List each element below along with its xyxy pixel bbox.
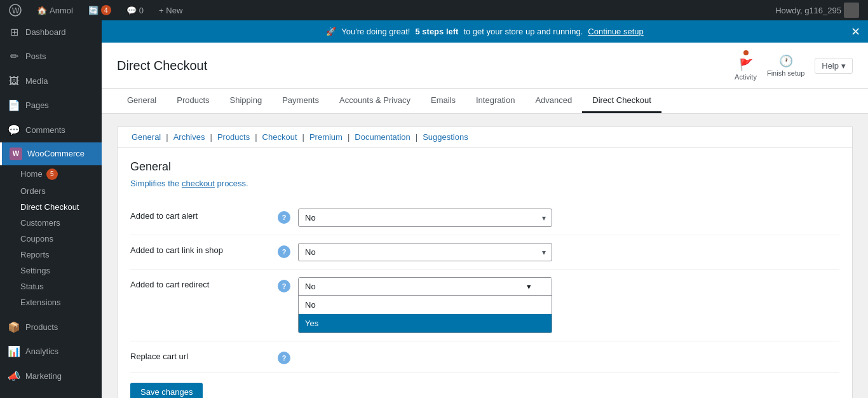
admin-bar: W 🏠 Anmol 🔄 4 💬 0 + New Howdy, g116_295	[0, 0, 868, 20]
flag-icon: 🚩	[739, 58, 753, 72]
dropdown-options-cart-redirect: No Yes	[299, 296, 552, 333]
submenu-extensions[interactable]: Extensions	[0, 294, 102, 310]
dropdown-option-yes[interactable]: Yes	[299, 314, 552, 333]
sidebar-item-media[interactable]: 🖼 Media	[0, 69, 102, 93]
tab-products[interactable]: Products	[166, 89, 219, 113]
form-section-desc: Simplifies the checkout process.	[130, 179, 839, 188]
notice-link[interactable]: Continue setup	[588, 27, 643, 36]
field-replace-cart-url: Replace cart url ?	[130, 341, 839, 373]
updates[interactable]: 🔄 4	[85, 0, 115, 20]
tab-emails[interactable]: Emails	[421, 89, 466, 113]
form-section-title: General	[130, 160, 839, 174]
sidebar-item-analytics[interactable]: 📊 Analytics	[0, 340, 102, 364]
checkout-link[interactable]: checkout	[182, 179, 215, 188]
new-content[interactable]: + New	[155, 0, 186, 20]
site-name[interactable]: 🏠 Anmol	[33, 0, 77, 20]
sub-nav: General | Archives | Products | Checkout…	[117, 127, 853, 147]
help-cart-alert[interactable]: ?	[278, 211, 290, 224]
select-wrap-cart-alert: No Yes ▾	[298, 209, 552, 227]
subnav-documentation[interactable]: Documentation	[351, 132, 414, 142]
select-cart-alert[interactable]: No Yes	[298, 209, 552, 227]
sep-6: |	[416, 132, 417, 142]
header-actions: 🚩 Activity 🕐 Finish setup Help ▾	[735, 50, 853, 81]
dropdown-selected-value: No	[305, 282, 316, 291]
dropdown-cart-redirect: No ▾ No Yes	[298, 277, 552, 333]
notice-close-button[interactable]: ✕	[851, 25, 860, 39]
avatar	[844, 3, 859, 18]
field-control-cart-redirect: No ▾ No Yes	[298, 277, 839, 333]
tab-shipping[interactable]: Shipping	[220, 89, 273, 113]
field-added-to-cart-alert: Added to cart alert ? No Yes ▾	[130, 201, 839, 235]
subnav-products[interactable]: Products	[214, 132, 254, 142]
howdy[interactable]: Howdy, g116_295	[771, 0, 863, 20]
submenu-reports[interactable]: Reports	[0, 247, 102, 263]
tab-payments[interactable]: Payments	[272, 89, 329, 113]
submenu-coupons[interactable]: Coupons	[0, 231, 102, 247]
settings-tabs: General Products Shipping Payments Accou…	[102, 89, 868, 114]
help-cart-link[interactable]: ?	[278, 245, 290, 258]
products-icon: 📦	[8, 320, 20, 334]
sidebar-item-dashboard[interactable]: ⊞ Dashboard	[0, 20, 102, 45]
sidebar-item-woocommerce[interactable]: W WooCommerce	[0, 142, 102, 165]
help-replace-cart-url[interactable]: ?	[278, 352, 290, 364]
sep-2: |	[210, 132, 212, 142]
submenu-orders[interactable]: Orders	[0, 183, 102, 199]
sidebar-item-pages[interactable]: 📄 Pages	[0, 93, 102, 118]
field-control-cart-link: No Yes ▾	[298, 243, 839, 261]
field-control-cart-alert: No Yes ▾	[298, 209, 839, 227]
subnav-checkout[interactable]: Checkout	[259, 132, 301, 142]
sidebar-item-posts[interactable]: ✏ Posts	[0, 45, 102, 69]
dropdown-option-no[interactable]: No	[299, 296, 552, 314]
tab-general[interactable]: General	[117, 89, 166, 113]
content-area: General | Archives | Products | Checkout…	[102, 114, 868, 398]
finish-setup-button[interactable]: 🕐 Finish setup	[767, 54, 804, 77]
select-cart-link[interactable]: No Yes	[298, 243, 552, 261]
sidebar: ⊞ Dashboard ✏ Posts 🖼 Media 📄 Pages 💬 Co…	[0, 20, 102, 398]
clock-icon: 🕐	[779, 54, 793, 68]
notice-emoji: 🚀	[326, 27, 336, 36]
subnav-premium[interactable]: Premium	[306, 132, 346, 142]
field-added-to-cart-redirect: Added to cart redirect ? No ▾ No Yes	[130, 270, 839, 341]
sidebar-item-marketing[interactable]: 📣 Marketing	[0, 364, 102, 388]
subnav-suggestions[interactable]: Suggestions	[419, 132, 472, 142]
submenu-customers[interactable]: Customers	[0, 215, 102, 231]
sidebar-item-products[interactable]: 📦 Products	[0, 315, 102, 340]
notice-bold: 5 steps left	[415, 27, 458, 36]
pages-icon: 📄	[8, 99, 20, 113]
home-icon: 🏠	[37, 6, 47, 15]
media-icon: 🖼	[8, 74, 20, 88]
sidebar-item-comments[interactable]: 💬 Comments	[0, 118, 102, 142]
field-added-to-cart-link: Added to cart link in shop ? No Yes ▾	[130, 235, 839, 270]
activity-button[interactable]: 🚩 Activity	[735, 50, 757, 81]
tab-accounts-privacy[interactable]: Accounts & Privacy	[329, 89, 421, 113]
page-header: Direct Checkout 🚩 Activity 🕐 Finish setu…	[102, 43, 868, 89]
comments-icon: 💬	[126, 6, 137, 15]
tab-integration[interactable]: Integration	[466, 89, 525, 113]
sep-5: |	[348, 132, 349, 142]
tab-direct-checkout[interactable]: Direct Checkout	[582, 89, 661, 113]
help-button[interactable]: Help ▾	[815, 58, 853, 74]
field-label-cart-link: Added to cart link in shop	[130, 243, 270, 255]
tab-advanced[interactable]: Advanced	[525, 89, 582, 113]
sep-3: |	[255, 132, 257, 142]
help-cart-redirect[interactable]: ?	[278, 280, 290, 292]
subnav-general[interactable]: General	[128, 132, 165, 142]
save-changes-button[interactable]: Save changes	[130, 383, 203, 398]
adminbar-right: Howdy, g116_295	[771, 0, 863, 20]
chevron-down-icon: ▾	[841, 61, 846, 71]
field-label-replace-cart-url: Replace cart url	[130, 349, 270, 361]
comments[interactable]: 💬 0	[123, 0, 147, 20]
page-title: Direct Checkout	[117, 58, 207, 73]
select-wrap-cart-link: No Yes ▾	[298, 243, 552, 261]
wp-logo[interactable]: W	[5, 0, 25, 20]
submenu-home[interactable]: Home 5	[0, 165, 102, 183]
woo-icon: W	[10, 148, 22, 160]
submenu-settings[interactable]: Settings	[0, 263, 102, 278]
comments-sidebar-icon: 💬	[8, 123, 20, 137]
submenu-status[interactable]: Status	[0, 278, 102, 294]
dropdown-trigger-cart-redirect[interactable]: No ▾	[299, 278, 552, 296]
chevron-down-3-icon: ▾	[527, 282, 531, 291]
submenu-direct-checkout[interactable]: Direct Checkout	[0, 199, 102, 215]
subnav-archives[interactable]: Archives	[170, 132, 209, 142]
sep-4: |	[302, 132, 304, 142]
